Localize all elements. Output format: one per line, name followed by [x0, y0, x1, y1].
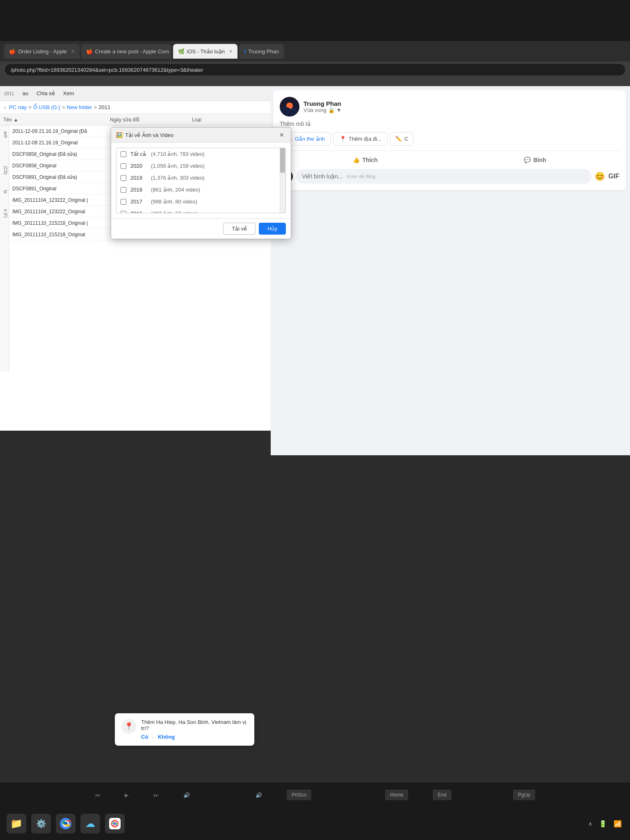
- left-margin: anh (CS) ta e (F): [0, 126, 9, 372]
- dialog-icon: 🖼️: [116, 132, 123, 138]
- sort-arrow: ▲: [14, 117, 18, 123]
- location-toast-icon: 📍: [121, 719, 136, 734]
- post-card: Truong Phan Vừa xong 🔒 ▼ Thêm mô tả 🏷️ G…: [273, 90, 626, 190]
- tab-close-btn[interactable]: ✕: [71, 49, 75, 54]
- post-time: Vừa xong 🔒 ▼: [304, 107, 619, 113]
- dialog-close-button[interactable]: ✕: [278, 131, 286, 139]
- dialog-scrollbar[interactable]: [280, 148, 285, 213]
- file-name: DSCF0891_Original (Đã sửa): [12, 174, 112, 180]
- toolbar-item-view[interactable]: Xem: [63, 90, 74, 96]
- keyboard-keys: ⏮ ▶ ⏭ 🔊 🔊 PrtScn Home End PgUp: [95, 790, 535, 800]
- tab-order-listing[interactable]: 🍎 Order Listing - Apple ✕: [4, 44, 80, 59]
- comment-button[interactable]: 💬 Bình: [517, 154, 552, 166]
- dialog-body: Tất cả (4,710 ảnh, 783 video) 2020 (1,05…: [111, 143, 291, 218]
- reactions-bar: 👍 Thích 💬 Bình: [280, 154, 619, 166]
- post-description[interactable]: Thêm mô tả: [280, 121, 619, 127]
- checkbox-2019[interactable]: [121, 175, 126, 181]
- year-label: 2019: [130, 175, 147, 181]
- gif-icon[interactable]: GIF: [608, 173, 619, 180]
- tab-ios[interactable]: 🌿 iOS - Thảo luận ✕: [173, 44, 237, 59]
- year-label: 2020: [130, 163, 147, 169]
- wifi-icon: 📶: [614, 820, 622, 828]
- toolbar-item-au[interactable]: 2011: [4, 91, 14, 96]
- caret-icon[interactable]: ∧: [588, 820, 592, 827]
- col-header-name[interactable]: Tên ▲: [0, 117, 107, 123]
- toolbar-item-share[interactable]: Chia sẻ: [37, 90, 55, 96]
- list-item-all[interactable]: Tất cả (4,710 ảnh, 783 video): [116, 148, 285, 160]
- photos-taskbar-btn[interactable]: [105, 814, 125, 833]
- sidebar-label-anh: anh: [0, 130, 9, 140]
- list-item-2018[interactable]: 2018 (861 ảnh, 204 video): [116, 184, 285, 196]
- breadcrumb-sep2: >: [62, 104, 65, 110]
- media-play-icon[interactable]: ▶: [125, 792, 129, 798]
- list-item-2016[interactable]: 2016 (407 ảnh, 37 video): [116, 208, 285, 213]
- location-pin-icon: 📍: [340, 136, 346, 142]
- media-next-icon[interactable]: ⏭: [153, 792, 159, 798]
- volume2-icon[interactable]: 🔊: [256, 792, 262, 798]
- scrollbar-thumb[interactable]: [280, 148, 285, 173]
- toolbar-item-au2[interactable]: au: [22, 90, 28, 96]
- checkbox-2017[interactable]: [121, 199, 126, 205]
- chrome-taskbar-btn[interactable]: [56, 814, 75, 833]
- taskbar: 📁 ⚙️ ☁ ∧ 🔋 📶: [0, 807, 630, 840]
- add-location-button[interactable]: 📍 Thêm địa đi...: [333, 132, 388, 146]
- checkbox-2016[interactable]: [121, 211, 126, 214]
- breadcrumb-2011[interactable]: 2011: [98, 104, 110, 110]
- taskbar-btn-2[interactable]: ⚙️: [31, 814, 51, 833]
- add-location-label: Thêm địa đi...: [349, 136, 381, 142]
- count-label: (861 ảnh, 204 video): [151, 187, 200, 193]
- volume-icon[interactable]: 🔊: [183, 792, 190, 798]
- address-bar-row: /photo.php?fbid=169362021340284&set=pcb.…: [0, 62, 630, 78]
- home-key[interactable]: Home: [385, 790, 408, 800]
- download-button[interactable]: Tải về: [223, 223, 256, 235]
- media-prev-icon[interactable]: ⏮: [95, 792, 100, 798]
- dialog-title-text: Tải về Ảnh và Video: [125, 132, 173, 138]
- browser-chrome: 🍎 Order Listing - Apple ✕ 🍎 Create a new…: [0, 41, 630, 86]
- prtscn-key[interactable]: PrtScn: [287, 790, 311, 800]
- map-pin-icon: 📍: [124, 722, 133, 731]
- file-explorer-taskbar-btn[interactable]: 📁: [7, 814, 26, 833]
- list-item-2019[interactable]: 2019 (1,376 ảnh, 303 video): [116, 172, 285, 184]
- breadcrumb-newfolder[interactable]: New folder: [67, 104, 92, 110]
- col-header-type[interactable]: Loại: [189, 117, 238, 123]
- checkbox-2018[interactable]: [121, 187, 126, 193]
- tab-bar: 🍎 Order Listing - Apple ✕ 🍎 Create a new…: [0, 41, 630, 62]
- list-item-2020[interactable]: 2020 (1,056 ảnh, 159 video): [116, 160, 285, 172]
- end-key[interactable]: End: [433, 790, 451, 800]
- sidebar-label-ta: ta: [0, 188, 9, 195]
- dropdown-icon[interactable]: ▼: [336, 107, 342, 113]
- sidebar-label-ics: (CS): [0, 164, 9, 176]
- settings-icon: ⚙️: [36, 819, 46, 829]
- like-button[interactable]: 👍 Thích: [346, 154, 384, 166]
- edit-button[interactable]: ✏️ C: [390, 132, 413, 146]
- dialog-title-bar: 🖼️ Tải về Ảnh và Video ✕: [111, 128, 291, 143]
- count-label: (407 ảnh, 37 video): [151, 210, 197, 213]
- breadcrumb-computer[interactable]: PC này: [9, 104, 27, 110]
- list-item-2017[interactable]: 2017 (998 ảnh, 80 video): [116, 196, 285, 208]
- sidebar-label-if: e (F): [0, 208, 9, 219]
- breadcrumb-usb[interactable]: Ổ USB (G:): [33, 104, 60, 110]
- year-label: Tất cả: [130, 151, 147, 157]
- tab-close-btn-3[interactable]: ✕: [229, 49, 233, 54]
- icloud-taskbar-btn[interactable]: ☁: [80, 814, 100, 833]
- explorer-column-header: Tên ▲ Ngày sửa đổi Loại: [0, 114, 271, 126]
- location-no-button[interactable]: Không: [158, 734, 175, 740]
- breadcrumb-sep1: >: [28, 104, 32, 110]
- checkbox-2020[interactable]: [121, 163, 126, 169]
- photos-app-icon: [109, 818, 121, 829]
- like-label: Thích: [362, 157, 377, 163]
- file-folder-icon: 📁: [10, 818, 23, 829]
- col-header-date[interactable]: Ngày sửa đổi: [107, 117, 189, 123]
- checkbox-all[interactable]: [121, 151, 126, 157]
- cancel-button[interactable]: Hủy: [259, 223, 286, 235]
- tab-create-post[interactable]: 🍎 Create a new post - Apple Com ✕: [81, 44, 171, 59]
- comment-input[interactable]: Viết bình luận... Enter để đăng.: [296, 169, 591, 184]
- comment-label: Bình: [533, 157, 546, 163]
- tab-truong-phan[interactable]: f Truong Phan: [239, 44, 284, 59]
- location-yes-button[interactable]: Có: [141, 734, 148, 740]
- address-text: /photo.php?fbid=169362021340284&set=pcb.…: [11, 67, 203, 73]
- address-bar[interactable]: /photo.php?fbid=169362021340284&set=pcb.…: [5, 64, 625, 75]
- pgup-key[interactable]: PgUp: [513, 790, 535, 800]
- file-name: 2011-12-09 21.16.19_Original (Đã: [12, 128, 112, 134]
- emoji-icon[interactable]: 😊: [595, 171, 605, 181]
